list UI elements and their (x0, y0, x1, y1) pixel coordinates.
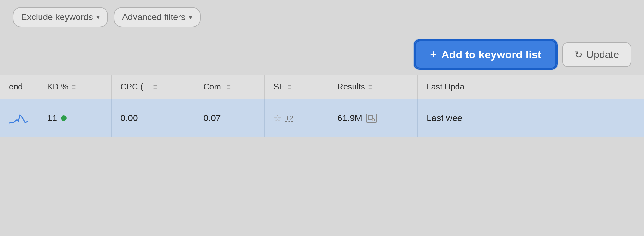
svg-point-1 (372, 119, 375, 121)
cpc-sort-icon (153, 83, 157, 91)
kd-value: 11 (47, 113, 57, 123)
com-value: 0.07 (203, 113, 221, 123)
cpc-value: 0.00 (121, 113, 138, 123)
td-results: 61.9M (328, 99, 418, 137)
td-sf: ☆ +2 (265, 99, 328, 137)
td-cpc: 0.00 (112, 99, 194, 137)
refresh-icon: ↻ (574, 49, 582, 60)
top-filter-bar: Exclude keywords ▾ Advanced filters ▾ (0, 0, 644, 34)
star-icon[interactable]: ☆ (274, 113, 282, 124)
kd-indicator-dot (61, 115, 67, 121)
update-label: Update (586, 49, 619, 61)
th-last-update-label: Last Upda (427, 82, 465, 92)
results-serp-icon[interactable] (366, 114, 377, 123)
sf-sort-icon (287, 83, 291, 91)
advanced-filters-button[interactable]: Advanced filters ▾ (114, 7, 201, 27)
th-last-update: Last Upda (418, 75, 644, 99)
th-sf-label: SF (274, 82, 284, 92)
plus-icon: + (430, 48, 437, 61)
th-com[interactable]: Com. (194, 75, 265, 99)
kd-sort-icon (71, 83, 76, 91)
add-keyword-label: Add to keyword list (441, 48, 541, 61)
th-sf[interactable]: SF (265, 75, 328, 99)
table-header: end KD % CPC (... Com. SF Results Last U… (0, 75, 644, 99)
th-results[interactable]: Results (328, 75, 418, 99)
update-button[interactable]: ↻ Update (562, 42, 631, 67)
th-kd[interactable]: KD % (38, 75, 112, 99)
th-kd-label: KD % (47, 82, 68, 92)
last-update-value: Last wee (427, 113, 462, 123)
exclude-keywords-label: Exclude keywords (21, 12, 93, 22)
th-trend-label: end (9, 82, 23, 92)
td-trend (0, 99, 38, 137)
svg-line-2 (374, 121, 375, 121)
td-last-update: Last wee (418, 99, 644, 137)
th-cpc-label: CPC (... (121, 82, 150, 92)
th-com-label: Com. (203, 82, 223, 92)
add-to-keyword-list-button[interactable]: + Add to keyword list (415, 40, 557, 69)
results-sort-icon (368, 83, 372, 91)
exclude-keywords-chevron: ▾ (96, 13, 100, 21)
exclude-keywords-button[interactable]: Exclude keywords ▾ (13, 7, 108, 27)
th-results-label: Results (337, 82, 365, 92)
sf-plus-badge: +2 (285, 114, 293, 122)
td-com: 0.07 (194, 99, 265, 137)
results-value: 61.9M (337, 113, 362, 123)
svg-rect-0 (368, 115, 373, 120)
advanced-filters-chevron: ▾ (189, 13, 192, 21)
th-cpc[interactable]: CPC (... (112, 75, 194, 99)
td-kd: 11 (38, 99, 112, 137)
table-row: 11 0.00 0.07 ☆ +2 61.9M Last wee (0, 99, 644, 137)
trend-sparkline (9, 110, 28, 126)
th-trend: end (0, 75, 38, 99)
action-bar: + Add to keyword list ↻ Update (0, 34, 644, 75)
com-sort-icon (226, 83, 231, 91)
advanced-filters-label: Advanced filters (122, 12, 186, 22)
